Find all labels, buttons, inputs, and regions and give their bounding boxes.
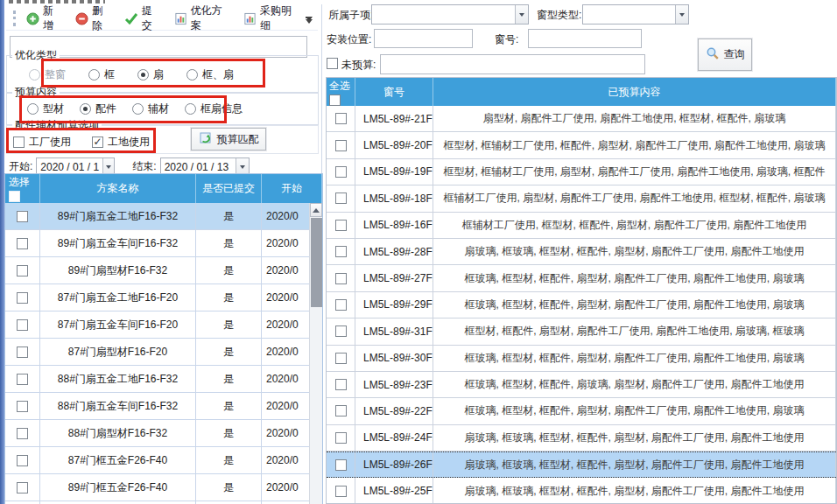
row-checkbox[interactable] <box>335 459 347 471</box>
row-checkbox[interactable] <box>335 166 347 178</box>
row-checkbox[interactable] <box>335 486 347 497</box>
row-checkbox[interactable] <box>17 238 28 249</box>
radio-sash[interactable]: 扇 <box>137 67 164 82</box>
no-budget-input[interactable] <box>380 54 645 74</box>
window-no-header-cell[interactable]: 窗号 <box>355 78 433 106</box>
row-checkbox[interactable] <box>335 192 347 204</box>
table-row[interactable]: 87#门扇五金工地F16-F20是2020/0 <box>5 284 322 312</box>
table-row[interactable]: LM5L-89#-29F27框玻璃, 框型材, 框配件, 扇型材, 扇配件工厂使… <box>327 292 836 318</box>
radio-whole-window[interactable]: 整窗 <box>29 67 66 82</box>
window-type-dropdown[interactable] <box>582 4 689 24</box>
table-row[interactable]: 89#门框五金F26-F40是2020/0 <box>5 474 322 501</box>
start-date-value: 2020 / 01 / 1 <box>37 161 102 173</box>
start-header-cell[interactable]: 开始 <box>262 174 322 203</box>
sub-item-dropdown[interactable] <box>371 4 529 24</box>
submit-button[interactable]: 提交 <box>119 1 167 36</box>
no-budget-checkbox[interactable] <box>327 58 338 69</box>
table-row[interactable]: LM5L-89#-27F25框玻璃, 框型材, 框配件, 扇型材, 扇配件工厂使… <box>327 265 836 291</box>
radio-icon <box>29 69 40 80</box>
row-checkbox[interactable] <box>335 140 347 151</box>
row-checkbox[interactable] <box>335 220 347 231</box>
radio-label: 框扇信息 <box>200 102 243 116</box>
site-use-checkbox[interactable]: 工地使用 <box>92 135 150 150</box>
row-checkbox[interactable] <box>17 346 28 358</box>
row-checkbox[interactable] <box>335 299 347 311</box>
table-row[interactable]: 87#门扇型材F16-F20是2020/0 <box>5 339 322 366</box>
table-row[interactable]: 87#门扇五金车间F16-F20是2020/0 <box>5 312 322 339</box>
row-checkbox[interactable] <box>17 455 28 466</box>
radio-frame-sash[interactable]: 框、扇 <box>186 67 234 82</box>
table-row[interactable]: LM5L-89#-23F21框玻璃, 框型材, 框配件, 扇玻璃, 扇型材, 扇… <box>327 372 836 398</box>
row-checkbox[interactable] <box>17 265 28 276</box>
add-button[interactable]: 新增 <box>21 1 68 36</box>
table-row[interactable]: LM5L-89#-28F26扇玻璃, 框玻璃, 框型材, 框配件, 扇型材, 扇… <box>327 239 836 265</box>
table-row-selected[interactable]: LM5L-89#-26F24扇玻璃, 框玻璃, 框型材, 框配件, 扇型材, 扇… <box>327 452 836 478</box>
window-table-header: 全选 窗号 已预算内容 <box>327 78 836 106</box>
row-checkbox[interactable] <box>17 428 28 439</box>
row-checkbox[interactable] <box>335 353 347 364</box>
optimize-plan-button[interactable]: 优化方案 <box>169 1 236 36</box>
query-label: 查询 <box>724 47 745 62</box>
row-checkbox[interactable] <box>335 273 347 284</box>
table-row[interactable]: 89#门扇五金工地F16-F32是2020/0 <box>5 203 322 230</box>
plan-table-header: 选择 方案名称 是否已提交 开始 <box>5 174 322 203</box>
radio-frame-sash-info[interactable]: 框扇信息 <box>185 102 243 116</box>
name-header-cell[interactable]: 方案名称 <box>40 174 196 203</box>
table-row[interactable]: 88#门扇五金工地F16-F32是2020/0 <box>5 366 322 393</box>
window-no-input[interactable] <box>528 29 642 48</box>
table-row[interactable]: LM5L-89#-22F20框玻璃, 框型材, 框配件, 扇型材, 扇配件工厂使… <box>327 398 836 424</box>
factory-use-checkbox[interactable]: 工厂使用 <box>13 135 71 150</box>
radio-aux-material[interactable]: 辅材 <box>132 102 169 116</box>
table-row[interactable]: LM5L-89#-19F17框型材, 框辅材工厂使用, 扇型材, 扇配件工厂使用… <box>327 159 836 186</box>
toolbar-overflow-button[interactable] <box>303 12 314 27</box>
scroll-up-button[interactable] <box>310 203 322 217</box>
table-row[interactable]: 88#门扇五金车间F16-F32是2020/0 <box>5 393 322 420</box>
purchase-label: 采购明细 <box>260 4 300 33</box>
radio-label: 扇 <box>153 67 164 82</box>
row-checkbox[interactable] <box>17 292 28 304</box>
table-row[interactable]: LM5L-89#-16F15框辅材工厂使用, 框型材, 框配件, 扇型材, 扇配… <box>327 213 836 239</box>
overflow-icon <box>306 19 313 24</box>
dropdown-button[interactable] <box>515 5 528 24</box>
toolbar-grip[interactable] <box>13 10 16 26</box>
row-checkbox[interactable] <box>335 246 347 257</box>
install-pos-label: 安装位置: <box>327 32 371 47</box>
table-row[interactable]: LM5L-89#-24F22扇玻璃, 框玻璃, 框型材, 框配件, 扇型材, 扇… <box>327 425 836 452</box>
row-checkbox[interactable] <box>335 326 347 337</box>
scrollbar-thumb[interactable] <box>311 218 322 307</box>
radio-frame[interactable]: 框 <box>88 67 115 82</box>
row-checkbox[interactable] <box>17 482 28 494</box>
install-pos-input[interactable] <box>374 29 473 48</box>
delete-label: 删除 <box>92 4 112 33</box>
radio-profile[interactable]: 型材 <box>27 102 64 116</box>
row-checkbox[interactable] <box>335 379 347 390</box>
table-row[interactable]: LM5L-89#-30F28框玻璃, 框型材, 框配件, 扇型材, 扇配件工厂使… <box>327 346 836 372</box>
dropdown-button[interactable] <box>675 5 688 24</box>
table-row[interactable]: 87#门框五金F26-F40是2020/0 <box>5 447 322 474</box>
table-row[interactable]: LM5L-89#-21F19扇型材, 扇配件工厂使用, 扇配件工地使用, 框型材… <box>327 106 836 132</box>
table-row[interactable]: 89#门扇型材F16-F32是2020/0 <box>5 257 322 284</box>
table-row[interactable]: LM5L-89#-31F29框型材, 框配件, 扇型材, 扇配件工厂使用, 扇配… <box>327 318 836 345</box>
select-all-checkbox[interactable] <box>329 94 341 106</box>
table-row[interactable]: 89#门扇五金车间F16-F32是2020/0 <box>5 230 322 257</box>
row-checkbox[interactable] <box>17 401 28 412</box>
submitted-header-cell[interactable]: 是否已提交 <box>196 174 262 203</box>
row-checkbox[interactable] <box>17 211 28 222</box>
plan-table-scrollbar[interactable] <box>309 203 322 504</box>
table-row[interactable]: LM5L-89#-18F16框辅材工厂使用, 扇型材, 扇配件工厂使用, 扇配件… <box>327 186 836 212</box>
table-row[interactable]: LM5L-89#-20F18框型材, 框辅材工厂使用, 框配件, 扇型材, 扇配… <box>327 132 836 158</box>
delete-button[interactable]: 删除 <box>70 1 117 36</box>
row-checkbox[interactable] <box>335 432 347 444</box>
table-row[interactable]: LM5L-89#-25F23扇玻璃, 框玻璃, 框型材, 框配件, 扇型材, 扇… <box>327 478 836 504</box>
query-button[interactable]: 查询 <box>698 38 752 71</box>
row-checkbox[interactable] <box>335 405 347 416</box>
select-all-checkbox[interactable] <box>9 191 20 202</box>
budget-match-button[interactable]: 预算匹配 <box>191 128 266 150</box>
row-checkbox[interactable] <box>17 374 28 385</box>
radio-fitting[interactable]: 配件 <box>80 102 116 116</box>
budgeted-header-cell[interactable]: 已预算内容 <box>433 78 836 106</box>
table-row[interactable]: 88#门扇型材F16-F32是2020/0 <box>5 420 322 447</box>
radio-label: 整窗 <box>45 67 66 82</box>
row-checkbox[interactable] <box>17 319 28 331</box>
row-checkbox[interactable] <box>335 113 347 124</box>
